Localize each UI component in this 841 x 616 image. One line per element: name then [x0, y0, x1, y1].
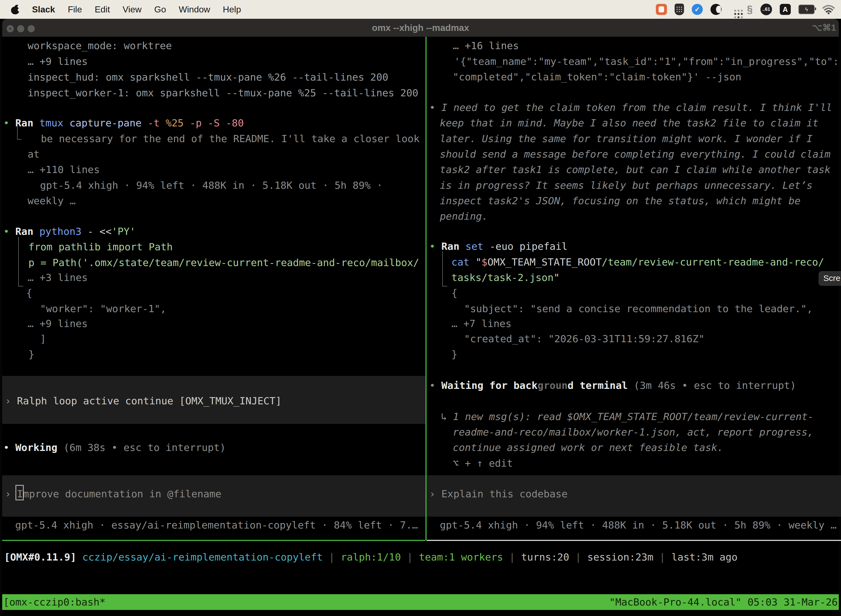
working-status: • Working (6m 38s • esc to interrupt) — [3, 440, 226, 455]
output-line: } — [28, 346, 35, 362]
input-source-icon[interactable]: A — [780, 4, 791, 15]
menu-bar-status-icons: ✓ § ..61 A ϟ — [656, 4, 841, 15]
output-line: "subject": "send a concise recommendatio… — [464, 301, 813, 317]
menu-item-view[interactable]: View — [123, 4, 142, 15]
waiting-status: • Waiting for background terminal (3m 46… — [429, 378, 796, 393]
output-line: ] — [40, 331, 46, 347]
app-grid-icon[interactable] — [729, 4, 739, 14]
ran-command-line: • Ran set -euo pipefail — [429, 238, 568, 254]
percent-badge-icon[interactable]: ..61 — [760, 4, 772, 15]
collapsed-lines-indicator: … +16 lines — [453, 38, 519, 54]
apple-menu-icon[interactable] — [11, 4, 19, 14]
tree-line — [442, 251, 443, 286]
prompt-placeholder: › Explain this codebase — [429, 486, 568, 502]
text-cursor — [15, 485, 24, 500]
menu-item-window[interactable]: Window — [179, 4, 210, 15]
tmux-host-clock: "MacBook-Pro-44.local" 05:03 31-Mar-26 — [609, 596, 838, 608]
menu-item-edit[interactable]: Edit — [95, 4, 110, 15]
session-status-line: gpt-5.4 xhigh · 94% left · 488K in · 5.1… — [440, 517, 837, 533]
thinking-line: pending. — [440, 208, 488, 224]
thinking-line: keep that in mind. Maybe I also need the… — [440, 115, 819, 131]
menu-bar: Slack File Edit View Go Window Help ✓ § … — [0, 0, 841, 19]
tree-corner — [18, 286, 23, 286]
collapsed-lines-indicator: … +7 lines — [451, 316, 511, 331]
ralph-loop-status: › Ralph loop active continue [OMX_TMUX_I… — [5, 393, 281, 409]
thinking-line: • I need to get the claim token from the… — [429, 100, 832, 115]
menu-item-help[interactable]: Help — [223, 4, 241, 15]
screenshot-tooltip: Scre — [819, 271, 841, 286]
thinking-line: inspect task2's JSON, focusing on the st… — [440, 193, 800, 209]
output-line: be necessary for the end of the README. … — [41, 131, 420, 147]
output-line: { — [451, 285, 457, 301]
output-line: gpt-5.4 xhigh · 94% left · 488K in · 5.1… — [40, 177, 383, 193]
output-line: "completed","claim_token":"claim-token"}… — [453, 69, 741, 85]
sync-badge-icon[interactable]: ✓ — [692, 4, 703, 15]
ran-command-line: • Ran python3 - <<'PY' — [3, 224, 135, 239]
tmux-session-label: [omx-cczip0:bash* — [3, 596, 105, 608]
code-line: p = Path('.omx/state/team/review-current… — [28, 255, 419, 270]
squiggle-status-icon[interactable]: § — [747, 4, 753, 15]
ran-command-line: • Ran tmux capture-pane -t %25 -p -S -80 — [3, 115, 244, 131]
thinking-line: is in progress? It seems likely but perh… — [440, 177, 813, 193]
output-line: "worker": "worker-1", — [40, 301, 166, 317]
output-line: } — [451, 346, 457, 362]
collapsed-lines-indicator: … +9 lines — [28, 54, 88, 69]
tree-corner — [442, 286, 447, 286]
collapsed-lines-indicator: … +110 lines — [28, 162, 100, 177]
omx-status-bar: [OMX#0.11.9] cczip/essay/ai-reimplementa… — [4, 549, 737, 565]
screen-record-status-icon[interactable] — [656, 4, 667, 15]
output-line: inspect_worker-1: omx sparkshell --tmux-… — [28, 85, 418, 101]
tree-line — [18, 237, 19, 286]
thinking-line: later. Using the same for transition mig… — [440, 131, 813, 147]
prompt-placeholder: › Improve documentation in @filename — [5, 486, 221, 502]
output-line: at — [28, 146, 40, 162]
right-pane-border — [426, 540, 841, 541]
mailbox-notice: readme-and-reco/mailbox/worker-1.json, a… — [453, 424, 813, 440]
tree-line — [17, 125, 18, 140]
session-status-line: gpt-5.4 xhigh · essay/ai-reimplementatio… — [15, 517, 418, 533]
thinking-line: should send a message before completing … — [440, 146, 831, 162]
collapsed-lines-indicator: … +3 lines — [28, 270, 88, 285]
output-line: inspect_hud: omx sparkshell --tmux-pane … — [28, 69, 388, 85]
output-line: '{"team_name":"my-team","task_id":"1","f… — [454, 54, 839, 69]
battery-icon[interactable]: ϟ — [799, 5, 815, 14]
code-line: cat "$OMX_TEAM_STATE_ROOT/team/review-cu… — [451, 254, 824, 270]
menu-item-file[interactable]: File — [68, 4, 82, 15]
mailbox-notice: continue assigned work or next feasible … — [453, 440, 723, 455]
menu-app-name[interactable]: Slack — [32, 4, 55, 15]
code-line: from pathlib import Path — [28, 239, 173, 255]
output-line: "created_at": "2026-03-31T11:59:27.816Z" — [464, 331, 705, 347]
tmux-status-bar: [omx-cczip0:bash* "MacBook-Pro-44.local"… — [2, 594, 839, 610]
edit-hint: ⌥ + ↑ edit — [453, 455, 513, 471]
output-line: { — [26, 285, 32, 301]
output-line: workspace_mode: worktree — [28, 38, 172, 54]
crescent-app-icon[interactable] — [711, 4, 722, 15]
mailbox-notice: ↳ 1 new msg(s): read $OMX_TEAM_STATE_ROO… — [441, 409, 814, 424]
window-shortcut-badge: ⌥⌘1 — [812, 19, 836, 37]
menu-bar-left: Slack File Edit View Go Window Help — [0, 4, 241, 15]
left-pane-border — [2, 540, 425, 541]
thinking-line: task2 after task1 is complete, but can I… — [440, 162, 831, 177]
output-line: weekly … — [28, 193, 76, 209]
wifi-icon[interactable] — [822, 4, 835, 14]
code-line: tasks/task-2.json" — [451, 270, 560, 285]
shield-grid-icon[interactable] — [675, 4, 684, 15]
screen: omx --xhigh --madmax ⌥⌘1 Slack File Edit… — [0, 0, 841, 616]
window-title: omx --xhigh --madmax — [0, 19, 841, 37]
menu-item-go[interactable]: Go — [154, 4, 166, 15]
tree-corner — [17, 139, 22, 140]
collapsed-lines-indicator: … +9 lines — [28, 316, 88, 331]
pane-divider — [425, 37, 426, 540]
